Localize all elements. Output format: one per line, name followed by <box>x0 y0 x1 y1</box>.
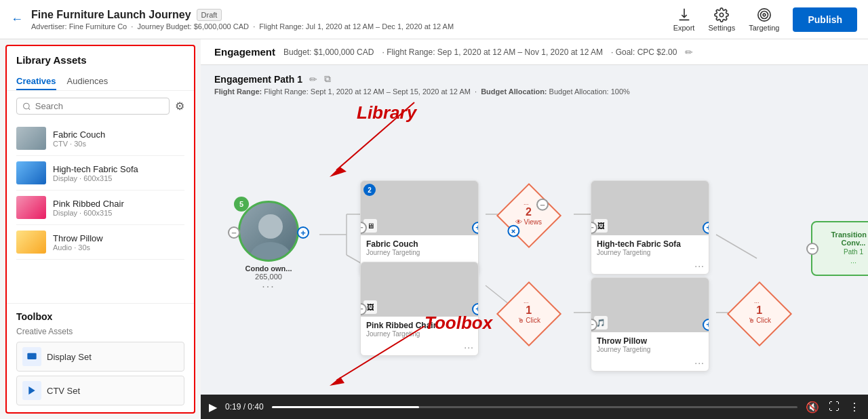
diamond-content: 1 🖱 Click <box>517 304 540 323</box>
more-icon[interactable]: ⋮ <box>849 401 860 414</box>
card-body: Fabric Couch Journey Targeting <box>361 235 478 260</box>
path-header: Engagement Path 1 ✏ ⧉ <box>214 73 854 85</box>
tab-audiences[interactable]: Audiences <box>67 73 108 90</box>
card-menu-dots[interactable]: ··· <box>694 357 705 368</box>
card-menu-dots[interactable]: ··· <box>464 342 474 353</box>
card-footer: ··· <box>591 357 709 371</box>
audience-dots[interactable]: ··· <box>235 281 302 293</box>
transition-connector-left[interactable]: − <box>806 243 818 255</box>
tab-creatives[interactable]: Creatives <box>16 73 56 90</box>
asset-info: Throw Pillow Audio · 30s <box>53 233 103 252</box>
progress-fill <box>272 406 419 408</box>
topbar: ← Fine Furniture Launch Journey Draft Ad… <box>0 0 868 39</box>
asset-thumbnail <box>16 231 46 254</box>
card-name: Pink Ribbed Chair <box>366 321 473 330</box>
diamond-content: 1 🖱 Click <box>748 304 771 323</box>
filter-icon[interactable]: ⚙ <box>175 100 184 113</box>
topbar-left: ← Fine Furniture Launch Journey Draft Ad… <box>11 9 454 31</box>
path-copy-icon[interactable]: ⧉ <box>324 73 331 85</box>
connector-minus-left[interactable]: − <box>228 226 240 239</box>
svg-point-0 <box>720 13 724 17</box>
audience-avatar <box>238 201 299 262</box>
sidebar-title: Library Assets <box>16 54 87 66</box>
audience-count: 265,000 <box>235 273 302 281</box>
card-tag: Journey Targeting <box>366 330 473 338</box>
settings-button[interactable]: Settings <box>708 7 735 32</box>
transition-dots[interactable]: ··· <box>819 258 868 266</box>
card-throw-pillow[interactable]: 🎵 Throw Pillow Journey Targeting ··· − + <box>591 277 709 372</box>
svg-marker-6 <box>28 386 35 395</box>
path-edit-icon[interactable]: ✏ <box>309 74 317 85</box>
display-set-label: Display Set <box>47 352 92 362</box>
video-time: 0:19 / 0:40 <box>225 402 264 412</box>
targeting-button[interactable]: Targeting <box>749 7 779 32</box>
svg-point-17 <box>258 214 283 239</box>
engagement-goal: · Goal: CPC $2.00 <box>611 47 677 57</box>
publish-button[interactable]: Publish <box>793 7 857 32</box>
audience-badge: 5 <box>234 197 249 212</box>
card-menu-dots[interactable]: ··· <box>694 260 705 271</box>
list-item[interactable]: High-tech Fabric Sofa Display · 600x315 <box>16 156 184 191</box>
diamond-click-2[interactable]: 1 🖱 Click <box>727 281 792 346</box>
card-footer: ··· <box>591 260 709 274</box>
asset-meta: CTV · 30s <box>53 140 105 148</box>
card-tag: Journey Targeting <box>597 346 703 353</box>
asset-name: Pink Ribbed Chair <box>53 199 124 209</box>
card-fabric-couch[interactable]: 2 🖥 Fabric Couch Journey Targeting ··· −… <box>360 180 479 275</box>
diamond-connector-top[interactable]: − <box>536 199 549 211</box>
library-arrow-svg <box>282 96 418 184</box>
engagement-budget: Budget: $1,000,000 CAD <box>283 47 374 57</box>
asset-thumbnail <box>16 127 46 150</box>
journey-info: Fine Furniture Launch Journey Draft Adve… <box>31 9 454 31</box>
fullscreen-icon[interactable]: ⛶ <box>829 401 840 413</box>
transition-subtitle: Path 1 <box>819 248 868 256</box>
svg-point-1 <box>758 8 770 20</box>
journey-meta: Advertiser: Fine Furniture Co · Journey … <box>31 22 454 31</box>
card-name: Fabric Couch <box>366 239 473 249</box>
export-button[interactable]: Export <box>673 7 695 32</box>
progress-bar[interactable] <box>272 406 797 408</box>
engagement-edit-icon[interactable]: ✏ <box>685 47 693 58</box>
diamond-click-1[interactable]: 1 🖱 Click <box>496 281 561 346</box>
audience-node[interactable]: 5 Condo own... 265,000 ··· − + <box>235 201 302 293</box>
asset-meta: Display · 600x315 <box>53 209 124 217</box>
list-item[interactable]: Fabric Couch CTV · 30s <box>16 121 184 156</box>
diamond-views[interactable]: 2 👁 Views − + <box>496 183 561 248</box>
mute-icon[interactable]: 🔇 <box>806 401 819 414</box>
svg-rect-5 <box>27 353 36 359</box>
ctv-set-icon <box>22 381 41 400</box>
asset-info: Fabric Couch CTV · 30s <box>53 129 105 148</box>
topbar-right: Export Settings Targeting Publish <box>673 7 857 32</box>
search-input[interactable] <box>35 101 163 111</box>
toolbox-ctv-set[interactable]: CTV Set <box>16 376 184 405</box>
engagement-header: Engagement Budget: $1,000,000 CAD · Flig… <box>201 39 868 65</box>
sidebar-search-area: ⚙ <box>7 91 194 121</box>
asset-meta: Display · 600x315 <box>53 174 138 182</box>
card-image: 🎵 <box>591 278 709 332</box>
asset-name: Fabric Couch <box>53 129 105 140</box>
play-button[interactable]: ▶ <box>209 401 217 414</box>
card-body: Throw Pillow Journey Targeting <box>591 332 709 357</box>
card-hightech-sofa[interactable]: 🖼 High-tech Fabric Sofa Journey Targetin… <box>591 180 709 275</box>
engagement-flight: · Flight Range: Sep 1, 2020 at 12 AM – N… <box>382 47 603 57</box>
list-item[interactable]: Throw Pillow Audio · 30s <box>16 225 184 260</box>
list-item[interactable]: Pink Ribbed Chair Display · 600x315 <box>16 191 184 225</box>
asset-info: Pink Ribbed Chair Display · 600x315 <box>53 199 124 217</box>
path-area: Engagement Path 1 ✏ ⧉ Flight Range: Flig… <box>201 65 868 410</box>
card-image: 🖼 <box>361 262 478 317</box>
journey-title: Fine Furniture Launch Journey <box>31 9 191 21</box>
card-name: High-tech Fabric Sofa <box>597 239 703 249</box>
svg-line-19 <box>336 102 414 170</box>
toolbox-display-set[interactable]: Display Set <box>16 342 184 372</box>
search-box <box>16 98 170 115</box>
card-pink-chair[interactable]: 🖼 Pink Ribbed Chair Journey Targeting ··… <box>360 262 479 356</box>
sidebar-header: Library Assets <box>7 46 194 69</box>
back-button[interactable]: ← <box>11 12 23 26</box>
asset-name: Throw Pillow <box>53 233 103 243</box>
asset-list: Fabric Couch CTV · 30s High-tech Fabric … <box>7 121 194 303</box>
connector-plus-right[interactable]: + <box>297 226 309 239</box>
card-image: 🖼 <box>591 181 709 235</box>
draft-badge: Draft <box>197 9 222 21</box>
main-layout: Library Assets Creatives Audiences ⚙ Fab… <box>0 39 868 419</box>
transition-card[interactable]: Transition to Conv... Path 1 ··· − + <box>811 221 868 276</box>
